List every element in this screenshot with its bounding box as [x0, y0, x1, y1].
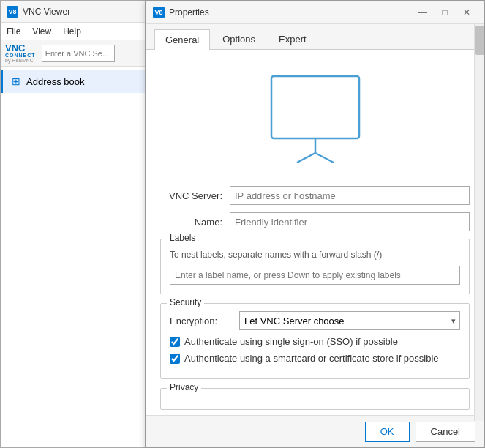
- smartcard-checkbox-row: Authenticate using a smartcard or certif…: [170, 353, 460, 365]
- vnc-brand-text: VNC: [5, 43, 36, 53]
- vnc-menubar: File View Help: [1, 23, 153, 40]
- smartcard-checkbox[interactable]: [170, 354, 180, 364]
- encryption-label: Encryption:: [170, 316, 239, 326]
- menu-file[interactable]: File: [4, 25, 23, 38]
- vnc-toolbar: VNC CONNECT by RealVNC: [1, 40, 153, 67]
- address-book-icon: ⊞: [12, 75, 20, 87]
- vnc-connect-text: CONNECT: [5, 53, 36, 58]
- minimize-button[interactable]: —: [413, 5, 433, 20]
- scrollbar-thumb[interactable]: [475, 26, 484, 55]
- dialog-footer: OK Cancel: [146, 415, 484, 447]
- vnc-realvnc-text: by RealVNC: [5, 58, 36, 63]
- vnc-logo: V8: [7, 6, 18, 18]
- labels-section-title: Labels: [167, 233, 198, 243]
- maximize-button[interactable]: □: [435, 5, 455, 20]
- dialog-logo: V8: [153, 7, 165, 18]
- address-book-item[interactable]: ⊞ Address book: [1, 70, 153, 93]
- labels-description: To nest labels, separate names with a fo…: [170, 250, 460, 260]
- encryption-row: Encryption: Let VNC Server choose Always…: [170, 311, 460, 330]
- vnc-viewer-window: V8 VNC Viewer File View Help VNC CONNECT…: [0, 0, 154, 448]
- vnc-server-entry[interactable]: [42, 45, 115, 62]
- vnc-title: VNC Viewer: [23, 7, 70, 17]
- menu-view[interactable]: View: [29, 25, 54, 38]
- vnc-server-input[interactable]: [230, 186, 470, 205]
- dialog-titlebar: V8 Properties — □ ✕: [146, 1, 484, 24]
- tab-expert[interactable]: Expert: [268, 29, 317, 49]
- monitor-illustration: [160, 61, 470, 171]
- ok-button[interactable]: OK: [365, 422, 410, 442]
- svg-rect-0: [271, 76, 359, 138]
- security-section-title: Security: [167, 297, 204, 307]
- close-button[interactable]: ✕: [456, 5, 477, 20]
- dialog-title-text: Properties: [169, 7, 209, 18]
- name-input[interactable]: [230, 212, 470, 231]
- menu-help[interactable]: Help: [60, 25, 84, 38]
- sso-checkbox[interactable]: [170, 337, 180, 347]
- tabs-bar: General Options Expert: [146, 24, 484, 50]
- privacy-section: Privacy: [160, 388, 470, 410]
- privacy-section-title: Privacy: [167, 382, 201, 392]
- properties-dialog: V8 Properties — □ ✕ General Options Expe…: [145, 0, 485, 448]
- encryption-select-wrapper: Let VNC Server choose Always maximum Pre…: [239, 311, 460, 330]
- vnc-server-row: VNC Server:: [160, 186, 470, 205]
- tab-general[interactable]: General: [154, 29, 210, 50]
- svg-line-3: [315, 153, 334, 163]
- dialog-controls: — □ ✕: [413, 5, 477, 20]
- address-book-label: Address book: [26, 76, 85, 87]
- security-section: Security Encryption: Let VNC Server choo…: [160, 303, 470, 379]
- svg-line-2: [297, 153, 315, 163]
- smartcard-checkbox-label: Authenticate using a smartcard or certif…: [184, 353, 439, 365]
- vnc-connect-logo: VNC CONNECT by RealVNC: [5, 43, 36, 63]
- vnc-titlebar: V8 VNC Viewer: [1, 1, 153, 23]
- sso-checkbox-row: Authenticate using single sign-on (SSO) …: [170, 336, 460, 348]
- labels-section: Labels To nest labels, separate names wi…: [160, 239, 470, 294]
- label-input[interactable]: [170, 266, 460, 285]
- cancel-button[interactable]: Cancel: [416, 422, 475, 442]
- name-row: Name:: [160, 212, 470, 231]
- scrollbar-track[interactable]: [474, 24, 484, 421]
- vnc-server-label: VNC Server:: [160, 190, 230, 201]
- encryption-select[interactable]: Let VNC Server choose Always maximum Pre…: [239, 311, 460, 330]
- sso-checkbox-label: Authenticate using single sign-on (SSO) …: [184, 336, 398, 348]
- name-label: Name:: [160, 217, 230, 228]
- dialog-title-left: V8 Properties: [153, 7, 209, 18]
- dialog-content: VNC Server: Name: Labels To nest labels,…: [146, 50, 484, 415]
- tab-options[interactable]: Options: [211, 29, 266, 49]
